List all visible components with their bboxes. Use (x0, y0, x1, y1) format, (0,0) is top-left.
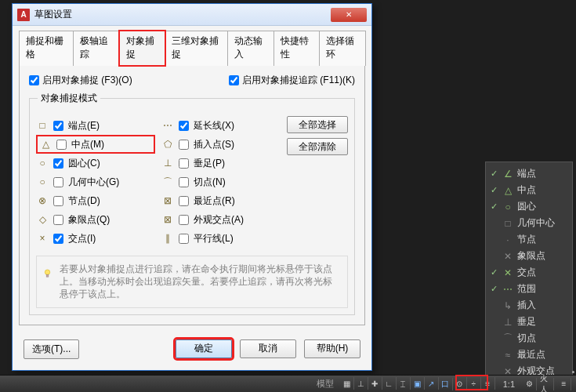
ctx-symbol-icon: ↳ (503, 300, 513, 311)
ctx-symbol-icon: ≈ (503, 350, 513, 361)
snap-几何中心(G)[interactable]: ○几何中心(G) (36, 172, 155, 191)
app-logo-icon: A (17, 9, 30, 21)
snap-垂足(P)[interactable]: ⊥垂足(P) (161, 154, 281, 172)
status-icon-9[interactable]: ÷ (467, 377, 481, 390)
snap-平行线(L)[interactable]: ∥平行线(L) (161, 229, 281, 248)
ctx-symbol-icon: ⋯ (503, 284, 513, 295)
tab-4[interactable]: 动态输入 (227, 31, 274, 66)
check-icon: ✓ (491, 169, 498, 179)
ctx-节点[interactable]: ·节点 (486, 231, 572, 248)
ctx-symbol-icon: ∠ (503, 169, 513, 180)
snap-symbol-icon: △ (39, 138, 52, 151)
snap-外观交点(A)[interactable]: ⊠外观交点(A) (161, 210, 281, 229)
snap-symbol-icon: × (36, 232, 49, 245)
snap-端点(E)[interactable]: □端点(E) (36, 116, 155, 135)
snap-symbol-icon: ⬠ (161, 138, 174, 151)
tab-1[interactable]: 极轴追踪 (73, 31, 120, 66)
tabstrip: 捕捉和栅格极轴追踪对象捕捉三维对象捕捉动态输入快捷特性选择循环 (13, 26, 371, 66)
snap-symbol-icon: ⊗ (36, 194, 49, 207)
cancel-button[interactable]: 取消 (240, 339, 296, 358)
snap-圆心(C)[interactable]: ○圆心(C) (36, 154, 155, 172)
status-icon-4[interactable]: ⌶ (397, 377, 411, 390)
status-icon-8[interactable]: ⊙ (453, 377, 467, 390)
status-icon-1[interactable]: ⊥ (354, 377, 368, 390)
snap-symbol-icon: ⊠ (161, 213, 174, 226)
tab-osnap-page: 启用对象捕捉 (F3)(O) 启用对象捕捉追踪 (F11)(K) 对象捕捉模式 … (19, 65, 365, 325)
settings-icon[interactable]: ⚙ (523, 378, 537, 390)
clear-all-button[interactable]: 全部清除 (287, 138, 348, 155)
snap-切点(N)[interactable]: ⌒切点(N) (161, 172, 281, 191)
ctx-symbol-icon: △ (503, 185, 513, 196)
status-icon-3[interactable]: ∟ (382, 377, 397, 390)
ctx-交点[interactable]: ✓✕交点 (486, 264, 572, 281)
tab-2[interactable]: 对象捕捉 (119, 31, 166, 66)
enable-osnap-track-checkbox[interactable]: 启用对象捕捉追踪 (F11)(K) (229, 74, 355, 87)
tab-3[interactable]: 三维对象捕捉 (165, 31, 228, 66)
check-icon: ✓ (491, 201, 498, 212)
scale-label[interactable]: 1:1 (503, 379, 515, 389)
check-icon: ✓ (491, 185, 498, 195)
ctx-symbol-icon: ⌒ (503, 332, 513, 345)
check-icon: ✓ (491, 267, 498, 278)
status-icon-10[interactable]: ≡ (481, 377, 495, 390)
status-icon-6[interactable]: ↗ (425, 377, 439, 390)
ctx-切点[interactable]: ⌒切点 (486, 330, 572, 347)
model-label[interactable]: 模型 (317, 378, 334, 390)
ok-button[interactable]: 确定 (176, 339, 232, 358)
user-icon[interactable]: 火人 (540, 378, 554, 390)
ctx-symbol-icon: ⊥ (503, 317, 513, 328)
tab-0[interactable]: 捕捉和栅格 (19, 31, 74, 66)
ctx-象限点[interactable]: ✕象限点 (486, 248, 572, 264)
snap-交点(I)[interactable]: ×交点(I) (36, 229, 155, 248)
snap-象限点(Q)[interactable]: ◇象限点(Q) (36, 210, 155, 229)
tab-6[interactable]: 选择循环 (319, 31, 366, 66)
snap-symbol-icon: ⌒ (161, 176, 174, 188)
titlebar[interactable]: A 草图设置 ✕ (13, 4, 371, 26)
options-button[interactable]: 选项(T)... (24, 339, 79, 359)
help-button[interactable]: 帮助(H) (304, 339, 360, 358)
ctx-中点[interactable]: ✓△中点 (486, 182, 572, 198)
snap-modes-right: ⋯延长线(X)⬠插入点(S)⊥垂足(P)⌒切点(N)⊠最近点(R)⊠外观交点(A… (161, 116, 281, 248)
close-button[interactable]: ✕ (331, 8, 367, 22)
ctx-几何中心[interactable]: □几何中心 (486, 215, 572, 231)
snap-插入点(S)[interactable]: ⬠插入点(S) (161, 135, 281, 154)
status-icon-5[interactable]: ▣ (411, 377, 425, 390)
enable-osnap-checkbox[interactable]: 启用对象捕捉 (F3)(O) (29, 74, 132, 87)
svg-rect-1 (46, 274, 49, 277)
ctx-最近点[interactable]: ≈最近点 (486, 347, 572, 363)
ctx-垂足[interactable]: ⊥垂足 (486, 314, 572, 330)
snap-symbol-icon: ○ (36, 157, 49, 169)
ctx-端点[interactable]: ✓∠端点 (486, 165, 572, 182)
ctx-插入[interactable]: ↳插入 (486, 297, 572, 314)
svg-point-0 (45, 270, 49, 274)
snap-symbol-icon: □ (36, 119, 49, 132)
ctx-symbol-icon: ✕ (503, 251, 513, 262)
tab-5[interactable]: 快捷特性 (274, 31, 321, 66)
snap-中点(M)[interactable]: △中点(M) (36, 135, 155, 154)
ctx-symbol-icon: ✕ (503, 267, 513, 278)
snap-延长线(X)[interactable]: ⋯延长线(X) (161, 116, 281, 135)
group-title: 对象捕捉模式 (38, 92, 100, 105)
drafting-settings-dialog: A 草图设置 ✕ 捕捉和栅格极轴追踪对象捕捉三维对象捕捉动态输入快捷特性选择循环… (12, 3, 372, 371)
snap-symbol-icon: ⋯ (161, 119, 174, 132)
ctx-范围[interactable]: ✓⋯范围 (486, 281, 572, 297)
select-all-button[interactable]: 全部选择 (287, 116, 348, 133)
ctx-圆心[interactable]: ✓○圆心 (486, 198, 572, 215)
snap-节点(D)[interactable]: ⊗节点(D) (36, 191, 155, 210)
snap-symbol-icon: ⊠ (161, 194, 174, 207)
menu-icon[interactable]: ≡ (557, 378, 571, 390)
status-icon-7[interactable]: 口 (439, 378, 453, 390)
check-icon: ✓ (491, 284, 498, 294)
lightbulb-icon (43, 263, 52, 285)
ctx-symbol-icon: □ (503, 218, 513, 229)
snap-modes-left: □端点(E)△中点(M)○圆心(C)○几何中心(G)⊗节点(D)◇象限点(Q)×… (36, 116, 155, 248)
status-icon-2[interactable]: ✚ (368, 377, 382, 390)
snap-symbol-icon: ○ (36, 176, 49, 188)
status-icon-0[interactable]: ▦ (340, 377, 354, 390)
snap-symbol-icon: ◇ (36, 213, 49, 226)
tip-box: 若要从对象捕捉点进行追踪，请在命令执行期间将光标悬停于该点上。当移动光标时会出现… (36, 256, 348, 308)
snap-symbol-icon: ∥ (161, 232, 174, 245)
snap-最近点(R)[interactable]: ⊠最近点(R) (161, 191, 281, 210)
osnap-context-menu: ✓∠端点✓△中点✓○圆心□几何中心·节点✕象限点✓✕交点✓⋯范围↳插入⊥垂足⌒切… (485, 162, 573, 392)
ctx-symbol-icon: ○ (503, 201, 513, 212)
